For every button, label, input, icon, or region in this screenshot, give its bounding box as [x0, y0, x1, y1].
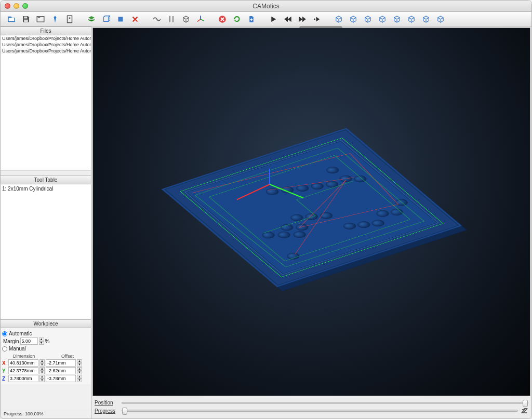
- file-row[interactable]: Users/james/Dropbox/Projects/Home Automa…: [1, 48, 91, 54]
- export-icon[interactable]: [246, 13, 257, 25]
- position-label: Position: [95, 400, 118, 406]
- view-area: Position Progress zZ: [91, 26, 531, 418]
- layers-icon[interactable]: [86, 13, 97, 25]
- offset-header: Offset: [46, 354, 89, 359]
- z-axis-icon: [269, 169, 270, 184]
- axes-icon[interactable]: [195, 13, 206, 25]
- view-iso-3-icon[interactable]: [362, 13, 374, 25]
- z-off-stepper[interactable]: ▲▼: [77, 375, 82, 382]
- workpiece-panel: Automatic Margin ▲▼ % Manual Dimension O…: [1, 328, 91, 384]
- svg-rect-6: [118, 17, 123, 21]
- main-toolbar: Simulation View: [1, 12, 531, 26]
- view-iso-5-icon[interactable]: [391, 13, 403, 25]
- window-title: CAMotics: [1, 3, 531, 10]
- main-area: Files Users/james/Dropbox/Projects/Home …: [1, 26, 531, 418]
- z-dimension-input[interactable]: [8, 375, 38, 382]
- rewind-icon[interactable]: [282, 13, 294, 25]
- fast-forward-icon[interactable]: [297, 13, 308, 25]
- box-icon[interactable]: [180, 13, 192, 25]
- profile-icon[interactable]: [64, 13, 75, 25]
- manual-label: Manual: [9, 346, 26, 352]
- y-off-stepper[interactable]: ▲▼: [77, 367, 82, 374]
- margin-unit: %: [45, 339, 50, 344]
- position-slider[interactable]: [122, 402, 528, 404]
- files-scrollbar[interactable]: [1, 170, 91, 175]
- y-axis-label: Y: [2, 368, 7, 374]
- x-dimension-input[interactable]: [8, 359, 38, 367]
- sleep-icon[interactable]: zZ: [521, 407, 528, 415]
- view-iso-2-icon[interactable]: [348, 13, 359, 25]
- file-row[interactable]: Users/james/Dropbox/Projects/Home Automa…: [1, 42, 91, 48]
- dimension-header: Dimension: [2, 354, 46, 359]
- svg-rect-1: [24, 19, 28, 22]
- simulation-viewport[interactable]: [92, 28, 530, 396]
- sidebar: Files Users/james/Dropbox/Projects/Home …: [1, 26, 91, 418]
- y-dimension-input[interactable]: [8, 367, 38, 374]
- files-panel-header: Files: [1, 26, 91, 35]
- z-axis-label: Z: [2, 376, 7, 382]
- manual-radio[interactable]: [2, 346, 7, 352]
- progress-slider[interactable]: [122, 410, 518, 412]
- svg-rect-3: [38, 17, 41, 18]
- wireframe-icon[interactable]: [100, 13, 112, 25]
- x-offset-input[interactable]: [46, 359, 76, 367]
- play-icon[interactable]: [268, 13, 279, 25]
- svg-rect-0: [24, 16, 27, 18]
- automatic-label: Automatic: [9, 331, 32, 336]
- y-offset-input[interactable]: [46, 367, 76, 374]
- margin-label: Margin: [3, 339, 19, 344]
- line-icon[interactable]: [166, 13, 177, 25]
- automatic-radio[interactable]: [2, 331, 7, 336]
- y-dim-stepper[interactable]: ▲▼: [39, 367, 45, 374]
- view-iso-8-icon[interactable]: [435, 13, 446, 25]
- tools-panel-header: Tool Table: [1, 175, 91, 184]
- margin-input[interactable]: [20, 337, 38, 345]
- x-off-stepper[interactable]: ▲▼: [77, 359, 82, 367]
- tool-table[interactable]: 1: 2x10mm Cylindrical: [1, 184, 91, 319]
- svg-rect-4: [68, 16, 72, 23]
- open-icon[interactable]: [6, 13, 17, 25]
- step-icon[interactable]: [311, 13, 323, 25]
- title-bar: CAMotics: [1, 1, 531, 12]
- x-dim-stepper[interactable]: ▲▼: [39, 359, 45, 367]
- solid-icon[interactable]: [115, 13, 126, 25]
- svg-point-8: [314, 18, 315, 20]
- workpiece-mesh: [161, 128, 462, 287]
- reload-icon[interactable]: [231, 13, 243, 25]
- z-offset-input[interactable]: [46, 375, 76, 382]
- view-iso-7-icon[interactable]: [420, 13, 432, 25]
- margin-stepper[interactable]: ▲▼: [39, 337, 44, 345]
- console-icon[interactable]: [35, 13, 46, 25]
- progress-status: Progress: 100.00%: [1, 409, 91, 418]
- app-window: CAMotics Simulation: [0, 0, 532, 419]
- file-row[interactable]: Users/james/Dropbox/Projects/Home Automa…: [1, 35, 91, 42]
- z-dim-stepper[interactable]: ▲▼: [39, 375, 45, 382]
- clear-icon[interactable]: [129, 13, 141, 25]
- playback-controls: Position Progress zZ: [91, 397, 531, 418]
- workpiece-panel-header: Workpiece: [1, 319, 91, 328]
- save-icon[interactable]: [20, 13, 32, 25]
- progress-label: Progress: [95, 408, 118, 414]
- x-axis-label: X: [2, 360, 7, 366]
- view-iso-6-icon[interactable]: [406, 13, 417, 25]
- view-iso-4-icon[interactable]: [377, 13, 388, 25]
- wave-icon[interactable]: [151, 13, 163, 25]
- svg-point-5: [69, 17, 71, 19]
- view-iso-1-icon[interactable]: [333, 13, 344, 25]
- stop-icon[interactable]: [217, 13, 228, 25]
- files-list[interactable]: Users/james/Dropbox/Projects/Home Automa…: [1, 35, 91, 170]
- tool-icon[interactable]: [49, 13, 61, 25]
- tool-row[interactable]: 1: 2x10mm Cylindrical: [2, 186, 89, 192]
